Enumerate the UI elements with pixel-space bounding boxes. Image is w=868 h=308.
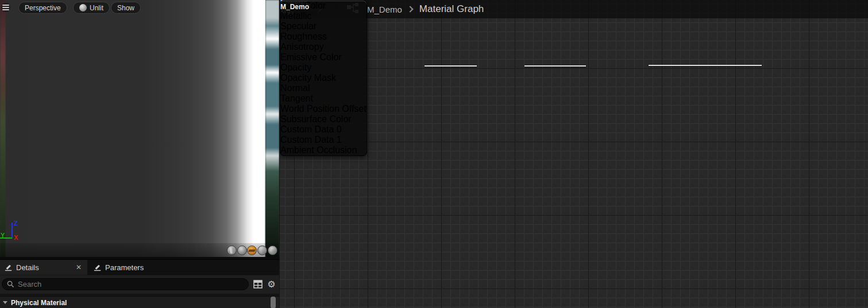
breadcrumb-current: Material Graph [419, 3, 484, 15]
anisotropy-label: Anisotropy [280, 42, 324, 52]
node-result-title: M_Demo [280, 3, 309, 11]
breadcrumb-root[interactable]: M_Demo [367, 5, 402, 14]
environment-photo-right [265, 0, 279, 259]
details-tab-label: Details [16, 263, 39, 272]
result-pin-row: Specular [280, 21, 367, 32]
tab-details[interactable]: Details ✕ [0, 260, 87, 275]
unlit-label: Unlit [90, 4, 103, 12]
subsurface-color-label: Subsurface Color [280, 114, 352, 124]
tab-parameters[interactable]: Parameters [89, 260, 169, 275]
graph-canvas[interactable]: M_Demo Material Graph TexCoord[0] Coordi… [280, 0, 868, 308]
result-pin-list: Base Color Metallic Specular Roughness A… [280, 1, 367, 155]
roughness-label: Roughness [280, 32, 327, 41]
custom-data-1-label: Custom Data 1 [280, 135, 342, 145]
result-pin-row: Roughness [280, 32, 367, 42]
search-input[interactable] [18, 280, 244, 288]
result-pin-row: Anisotropy [280, 42, 367, 52]
preview-viewport[interactable]: Perspective Unlit Show Z Y X [0, 0, 279, 259]
node-result-header[interactable]: M_Demo [280, 1, 367, 13]
ambient-occlusion-label: Ambient Occlusion [280, 145, 357, 155]
section-label: Physical Material [11, 299, 67, 307]
tangent-label: Tangent [280, 93, 313, 103]
result-pin-row: Normal [280, 83, 367, 93]
result-pin-row: Tangent [280, 93, 367, 104]
emissive-color-label: Emissive Color [280, 52, 342, 62]
material-editor: Perspective Unlit Show Z Y X Details [0, 0, 868, 308]
preview-mesh-plane-button[interactable] [247, 245, 257, 255]
viewport-menu-icon[interactable] [1, 3, 10, 12]
opacity-mask-label: Opacity Mask [280, 73, 336, 83]
result-pin-row: Opacity [280, 63, 367, 73]
show-button[interactable]: Show [111, 2, 141, 14]
result-pin-row: World Position Offset [280, 104, 367, 114]
graph-toolbar: M_Demo Material Graph [280, 0, 868, 18]
close-icon[interactable]: ✕ [75, 263, 83, 271]
preview-mesh-sphere-button[interactable] [237, 245, 247, 255]
result-pin-row: Custom Data 0 [280, 124, 367, 135]
show-label: Show [117, 4, 134, 12]
perspective-button[interactable]: Perspective [18, 2, 67, 14]
world-position-offset-label: World Position Offset [280, 104, 367, 114]
search-icon [7, 280, 14, 288]
section-collapse-icon [3, 301, 7, 304]
preview-mesh-cube-button[interactable] [257, 245, 267, 255]
preview-mesh-cylinder-button[interactable] [227, 245, 237, 255]
gear-icon[interactable]: ⚙ [266, 279, 277, 290]
details-tabbar: Details ✕ Parameters [0, 260, 279, 275]
unlit-sphere-icon [79, 4, 87, 11]
details-panel: Details ✕ Parameters [0, 259, 279, 308]
specular-label: Specular [280, 21, 317, 31]
section-physical-material[interactable]: Physical Material [0, 296, 279, 308]
result-pin-row: Custom Data 1 [280, 135, 367, 145]
parameters-tab-icon [94, 263, 102, 271]
plane-icon [248, 249, 256, 252]
preview-mesh-teapot-button[interactable] [268, 245, 277, 255]
table-grid-icon[interactable] [252, 279, 263, 290]
gizmo-y-label: Y [1, 232, 5, 239]
node-material-result[interactable]: M_Demo Base Color Metallic Specular Rou [280, 0, 367, 156]
details-scrollbar[interactable] [271, 297, 276, 308]
teapot-icon [270, 249, 276, 252]
wire-power-to-basecolor[interactable] [649, 65, 762, 66]
perspective-label: Perspective [25, 4, 61, 12]
result-pin-row: Opacity Mask [280, 73, 367, 83]
unlit-button[interactable]: Unlit [73, 2, 110, 14]
cylinder-icon [230, 248, 234, 254]
details-search-row: ⚙ [0, 275, 279, 294]
result-pin-row: Ambient Occlusion [280, 145, 367, 155]
normal-label: Normal [280, 83, 310, 93]
gizmo-x-label: X [14, 234, 18, 241]
cube-icon [260, 248, 265, 253]
search-box[interactable] [2, 278, 249, 290]
custom-data-0-label: Custom Data 0 [280, 124, 342, 134]
result-pin-row: Subsurface Color [280, 114, 367, 124]
material-preview-plane [6, 0, 265, 259]
breadcrumb-separator-icon [407, 6, 413, 12]
gizmo-z-label: Z [14, 220, 18, 227]
details-tab-icon [5, 263, 13, 271]
opacity-label: Opacity [280, 63, 311, 72]
wire-texcoord-to-mask[interactable] [425, 65, 477, 67]
environment-photo-left [0, 0, 6, 259]
gizmo-z-axis [11, 223, 13, 239]
wire-mask-to-power[interactable] [524, 65, 586, 67]
parameters-tab-label: Parameters [105, 263, 144, 272]
result-pin-row: Emissive Color [280, 52, 367, 63]
